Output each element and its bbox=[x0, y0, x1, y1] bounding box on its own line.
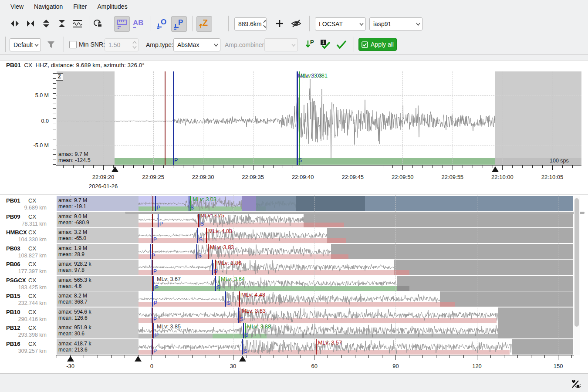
apply-amplitude-button[interactable]: 1 bbox=[319, 38, 331, 51]
trace-row-psgcx[interactable]: PSMLv: 3.64MLv: 3.67amax: 565.3 kmean: 4… bbox=[0, 276, 588, 291]
data-range-marker[interactable] bbox=[492, 166, 499, 172]
trace-row-pb15[interactable]: PSMLv: 4.48amax: 8.2 Mmean: 368.7PB15CX2… bbox=[0, 291, 588, 307]
row-amax-label: amax: 3.2 M bbox=[58, 229, 87, 235]
distance-cutoff-spinbox[interactable]: 889.6km bbox=[234, 17, 267, 30]
hide-disabled-traces-button[interactable] bbox=[290, 17, 302, 30]
s-pick-marker[interactable] bbox=[243, 323, 244, 338]
axis-tick-label: -30 bbox=[66, 363, 74, 369]
chevron-down-icon bbox=[290, 44, 297, 47]
seek-traces-button[interactable] bbox=[24, 17, 37, 30]
trace-row-hmbcx[interactable]: PSMLv: 4.03amax: 3.2 Mmean: -65.0HMBCXCX… bbox=[0, 228, 588, 243]
axis-tick bbox=[531, 355, 531, 358]
restore-view-button[interactable] bbox=[91, 17, 104, 30]
status-icon[interactable] bbox=[571, 379, 581, 389]
apply-all-button[interactable]: Apply all bbox=[358, 38, 397, 51]
p-pick-marker[interactable] bbox=[152, 260, 152, 275]
mlv-amplitude-marker[interactable] bbox=[208, 244, 209, 259]
p-pick-marker[interactable] bbox=[158, 212, 159, 227]
p-pick-marker[interactable] bbox=[152, 339, 152, 355]
p-pick-marker[interactable] bbox=[153, 276, 154, 291]
row-amax-label: amax: 418.7 k bbox=[58, 341, 91, 347]
gridline-vertical bbox=[203, 71, 203, 165]
trace-row-pb03[interactable]: PSMLv: 3.83amax: 1.9 Mmean: 28.9PB03CX10… bbox=[0, 244, 588, 259]
trace-row-pb06[interactable]: PSMLv: 3.86amax: 928.2 kmean: 97.8PB06CX… bbox=[0, 260, 588, 275]
p-pick-marker[interactable] bbox=[152, 228, 152, 243]
p-marker-label: P bbox=[153, 268, 157, 274]
min-snr-spinbox[interactable]: 1.50 bbox=[105, 38, 139, 51]
mlv-amplitude-marker[interactable] bbox=[239, 291, 240, 307]
p-pick-marker[interactable] bbox=[152, 291, 153, 307]
alignment-marker[interactable] bbox=[239, 356, 246, 362]
alignment-marker[interactable] bbox=[135, 356, 142, 362]
compress-vertical-button[interactable] bbox=[56, 17, 68, 30]
locator-select[interactable]: LOCSAT bbox=[315, 17, 366, 30]
s-pick-marker[interactable] bbox=[215, 276, 216, 291]
zoom-trace-panel[interactable]: PB01 CX HHZ, distance: 9.689 km, azimuth… bbox=[0, 60, 588, 196]
menu-item-view[interactable]: View bbox=[5, 1, 29, 12]
min-snr-checkbox[interactable] bbox=[69, 41, 77, 48]
y-tick bbox=[53, 134, 56, 134]
trace-row-pb10[interactable]: PSMLv: 3.63amax: 594.6 kmean: 126.6PB10C… bbox=[0, 308, 588, 323]
mlv-amplitude-marker[interactable] bbox=[299, 71, 300, 165]
p-pick-marker[interactable] bbox=[150, 244, 151, 259]
menu-item-amplitudes[interactable]: Amplitudes bbox=[92, 1, 132, 12]
show-z-component-button[interactable]: Z bbox=[196, 16, 212, 32]
trace-row-pb12[interactable]: PSMLv: 3.88MLv: 3.85amax: 951.9 kmean: 3… bbox=[0, 323, 588, 338]
horizontal-scrollbar[interactable] bbox=[125, 212, 585, 214]
s-pick-marker[interactable] bbox=[238, 308, 239, 323]
trace-row-pb01[interactable]: PSMLv: 3.03amax: 9.7 Mmean: -19.1PB01CX9… bbox=[0, 196, 588, 211]
s-pick-marker[interactable] bbox=[297, 71, 298, 165]
mlv-amplitude-marker[interactable] bbox=[198, 212, 199, 227]
spinbox-arrows-icon[interactable] bbox=[262, 19, 266, 29]
p-pick-marker[interactable] bbox=[152, 308, 152, 323]
trace-row-pb16[interactable]: PSMLv: 3.57amax: 418.7 kmean: 213.6PB16C… bbox=[0, 339, 588, 355]
s-pick-marker[interactable] bbox=[189, 196, 189, 211]
toggle-pick-labels-button[interactable]: AB bbox=[131, 16, 145, 31]
status-bar bbox=[0, 373, 588, 392]
trace-row-pb09[interactable]: PSMLv: 3.75amax: 9.0 Mmean: -680.9PB09CX… bbox=[0, 212, 588, 227]
menu-item-navigation[interactable]: Navigation bbox=[29, 1, 68, 12]
row-mean-label: mean: 126.6 bbox=[58, 315, 88, 321]
filter-button[interactable] bbox=[45, 38, 57, 51]
vertical-scrollbar-thumb[interactable] bbox=[574, 198, 579, 327]
align-p-arrival-button[interactable]: P bbox=[171, 16, 187, 32]
align-origin-time-button[interactable]: O bbox=[155, 16, 170, 31]
profile-select[interactable]: Default bbox=[10, 38, 41, 51]
row-distance-label: 183.425 km bbox=[5, 284, 47, 291]
toggle-ruler-button[interactable] bbox=[114, 16, 130, 32]
s-pick-marker[interactable] bbox=[212, 260, 213, 275]
data-range-marker[interactable] bbox=[112, 166, 118, 172]
s-pick-marker[interactable] bbox=[242, 339, 243, 355]
row-distance-label: 293.398 km bbox=[5, 332, 47, 338]
normalize-amplitudes-button[interactable] bbox=[71, 17, 84, 30]
axis-tick bbox=[382, 355, 382, 358]
mlv-value-label: MLv: 3.57 bbox=[318, 340, 342, 346]
expand-vertical-button[interactable] bbox=[40, 17, 52, 30]
velocity-model-value: iasp91 bbox=[370, 20, 414, 27]
s-marker-label: S bbox=[214, 268, 217, 274]
s-pick-marker[interactable] bbox=[197, 228, 198, 243]
y-tick bbox=[53, 124, 56, 124]
recalculate-amplitude-button[interactable]: P bbox=[304, 38, 316, 51]
menu-item-filter[interactable]: Filter bbox=[68, 1, 92, 12]
alignment-marker[interactable] bbox=[67, 356, 74, 362]
profile-value: Default bbox=[10, 41, 33, 48]
p-pick-marker[interactable] bbox=[155, 196, 156, 211]
origin-time-marker[interactable] bbox=[165, 71, 166, 165]
p-pick-marker[interactable] bbox=[173, 71, 174, 165]
mlv-amplitude-marker[interactable] bbox=[316, 339, 317, 355]
zoom-amax-label: amax: 9.7 M bbox=[58, 151, 88, 157]
amp-combiner-select[interactable] bbox=[264, 38, 298, 51]
expand-horizontal-button[interactable] bbox=[9, 17, 21, 30]
mlv-amplitude-marker[interactable] bbox=[206, 228, 207, 243]
velocity-model-select[interactable]: iasp91 bbox=[369, 17, 422, 30]
add-station-button[interactable] bbox=[274, 17, 286, 30]
amp-type-select[interactable]: AbsMax bbox=[173, 38, 220, 51]
confirm-button[interactable] bbox=[335, 38, 348, 51]
row-distance-label: 309.257 km bbox=[5, 348, 47, 354]
row-network-code: CX bbox=[28, 309, 36, 315]
p-pick-marker[interactable] bbox=[153, 323, 154, 338]
svg-text:Z: Z bbox=[203, 18, 208, 27]
s-pick-marker[interactable] bbox=[225, 291, 226, 307]
s-pick-marker[interactable] bbox=[196, 244, 197, 259]
